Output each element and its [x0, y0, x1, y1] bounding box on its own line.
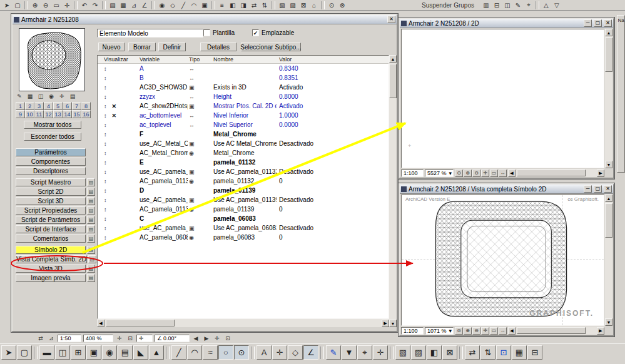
close-icon[interactable]: ✕: [604, 19, 612, 27]
scrollbar-thumb[interactable]: [605, 203, 612, 238]
flip-icon[interactable]: ↕: [104, 94, 107, 100]
stack-icon[interactable]: ⇅: [480, 345, 495, 360]
polygon-icon[interactable]: ◇: [168, 1, 178, 10]
flip-icon[interactable]: ↕: [104, 66, 107, 72]
grid-snap-icon[interactable]: ⊡: [223, 335, 232, 342]
gravity-icon[interactable]: ⊿: [129, 1, 139, 10]
vertical-scrollbar[interactable]: ▲ ▼: [605, 195, 612, 326]
object-tool-icon[interactable]: ▣: [86, 345, 101, 360]
scale-display[interactable]: 1:50: [58, 335, 81, 342]
sidebar-button[interactable]: Script de Interface: [16, 225, 86, 233]
define-button[interactable]: Definir: [158, 43, 186, 51]
window-symbol-titlebar[interactable]: Armchair 2 N251208 / Vista completa Símb…: [400, 185, 613, 194]
param-valor[interactable]: 0.8340: [277, 65, 389, 72]
param-valor[interactable]: 0.8000: [277, 93, 389, 100]
origin-icon[interactable]: ⌖: [524, 1, 534, 10]
scale-display[interactable]: 1:100: [401, 169, 424, 177]
scroll-right-icon[interactable]: ▶: [597, 169, 604, 177]
new-button[interactable]: Nuevo: [98, 43, 124, 51]
open-in-window-icon[interactable]: ▤: [87, 197, 95, 205]
param-page-button[interactable]: 2: [25, 102, 34, 110]
lamp-tool-icon[interactable]: ◉: [102, 345, 117, 360]
plantilla-checkbox[interactable]: Plantilla: [203, 29, 235, 36]
parameter-row[interactable]: ↕ zzyzx ↔ Height 0.8000: [98, 92, 389, 101]
open-in-window-icon[interactable]: ▤: [87, 188, 95, 196]
param-valor[interactable]: 0.0000: [277, 121, 389, 128]
line-icon[interactable]: ╱: [178, 1, 188, 10]
origin-icon[interactable]: ⊡: [126, 335, 135, 342]
minimize-icon[interactable]: ─: [584, 19, 592, 27]
param-page-button[interactable]: 4: [44, 102, 53, 110]
param-valor[interactable]: Desactivado: [277, 140, 389, 147]
flip-icon[interactable]: ↕: [104, 235, 107, 241]
parameter-row[interactable]: ↕ F Metal_Chrome: [98, 129, 389, 139]
parameter-row[interactable]: ↕ AC3D_SHOW3D ▣ Exists in 3D Activado: [98, 83, 389, 92]
scrollbar-thumb[interactable]: [605, 38, 612, 72]
scroll-down-icon[interactable]: ▼: [605, 318, 612, 326]
hotspot-icon[interactable]: ◉: [157, 1, 167, 10]
down-icon[interactable]: ▽: [552, 1, 562, 10]
rows-icon[interactable]: ⊟: [492, 1, 502, 10]
maximize-icon[interactable]: ▢: [594, 185, 602, 193]
drawing-area-2d[interactable]: +: [401, 29, 604, 168]
open-in-window-icon[interactable]: ▤: [87, 265, 95, 273]
scroll-right-icon[interactable]: ▶: [597, 327, 604, 335]
delete-button[interactable]: Borrar: [128, 43, 156, 51]
hatch-icon[interactable]: ▧: [277, 1, 287, 10]
columns-icon[interactable]: ▥: [481, 1, 491, 10]
open-in-window-icon[interactable]: ▤: [87, 206, 95, 215]
home-icon[interactable]: ⌂: [309, 1, 319, 10]
parameter-row[interactable]: ↕ ✕ AC_show2DHotsp... ▣ Mostrar Ptos. Ca…: [98, 101, 389, 111]
param-page-button[interactable]: 16: [81, 110, 91, 118]
details-button[interactable]: Detalles: [200, 43, 236, 51]
scrollbar-thumb[interactable]: [106, 320, 175, 326]
open-in-window-icon[interactable]: ▤: [87, 235, 95, 243]
close-icon[interactable]: ✕: [604, 185, 612, 193]
param-valor[interactable]: Desactivado: [277, 196, 389, 203]
swap-icon[interactable]: ⇄: [249, 1, 259, 10]
flip-icon[interactable]: ↕: [104, 178, 107, 185]
scroll-right-icon[interactable]: ▶: [382, 320, 389, 327]
undo-icon[interactable]: ↶: [79, 1, 89, 10]
group-icon[interactable]: ⊗: [337, 1, 347, 10]
param-page-button[interactable]: 13: [53, 110, 63, 118]
sidebar-button[interactable]: Script 2D: [16, 188, 86, 196]
fill-icon[interactable]: ▨: [411, 345, 426, 360]
open-in-window-icon[interactable]: ▤: [87, 225, 95, 233]
emplazable-checkbox[interactable]: ✓ Emplazable: [252, 29, 294, 36]
flip-icon[interactable]: ↕: [104, 75, 107, 81]
parameter-row[interactable]: ↕ A ↔ 0.8340: [98, 64, 389, 73]
table-vertical-scrollbar[interactable]: ▲ ▼: [389, 55, 397, 327]
edit-icon[interactable]: ✎: [513, 1, 523, 10]
flip-icon[interactable]: ↕: [104, 216, 107, 222]
scroll-zoom-icon[interactable]: ↔: [499, 327, 507, 335]
hide-param-icon[interactable]: ✕: [112, 113, 117, 119]
horizontal-scrollbar[interactable]: ◀ ▶: [508, 326, 604, 335]
dropdown-icon[interactable]: ▼: [342, 345, 357, 360]
param-valor[interactable]: 0: [277, 178, 389, 185]
open-in-window-icon[interactable]: ▤: [87, 178, 95, 186]
spline-tool-icon[interactable]: ≈: [203, 345, 218, 360]
pan-icon[interactable]: ✛: [481, 327, 489, 335]
selection-icon[interactable]: ⊡: [496, 345, 511, 360]
layers-icon[interactable]: ▤: [108, 1, 118, 10]
close-icon[interactable]: ✕: [387, 16, 395, 23]
drawing-area-symbol[interactable]: ArchiCAD Versión E ce Graphisoft. GRAPHI…: [401, 195, 604, 326]
scroll-zoom-icon[interactable]: ↔: [499, 169, 507, 177]
crosshair-icon[interactable]: ✛: [373, 345, 388, 360]
sidebar-button[interactable]: Script Maestro: [16, 178, 86, 186]
zone-tool-icon[interactable]: ◇: [288, 345, 303, 360]
flip-icon[interactable]: ↕: [104, 131, 107, 138]
flip-icon[interactable]: ↕: [104, 103, 107, 109]
fit-icon[interactable]: ▭: [490, 169, 498, 177]
flip-icon[interactable]: ↕: [104, 206, 107, 213]
hotspot-grid-icon[interactable]: ▦: [26, 92, 34, 100]
angle-snap-icon[interactable]: ∠: [140, 1, 150, 10]
param-valor[interactable]: 0.8351: [277, 74, 389, 81]
scrollbar-thumb[interactable]: [389, 64, 397, 98]
zoom-display[interactable]: 1071 % ▾: [425, 327, 454, 335]
notes-icon[interactable]: ▤: [68, 92, 77, 100]
param-page-button[interactable]: 3: [34, 102, 44, 110]
zoom-in-icon[interactable]: ⊕: [464, 169, 472, 177]
zoom-display[interactable]: 5527 % ▾: [425, 169, 454, 177]
